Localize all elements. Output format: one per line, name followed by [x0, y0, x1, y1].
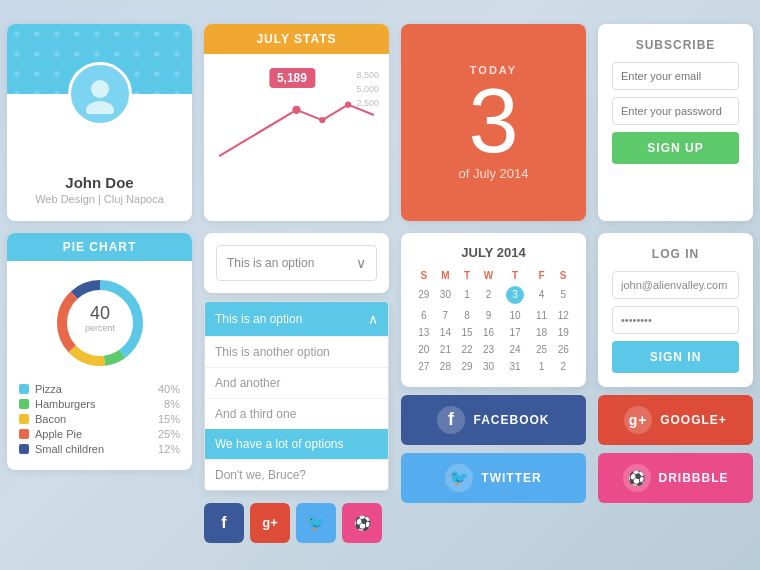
login-column: LOG IN SIGN IN g+ GOOGLE+ ⚽ DRIBBBLE [598, 233, 753, 503]
cal-day[interactable]: 9 [478, 307, 500, 324]
cal-day[interactable]: 19 [552, 324, 574, 341]
svg-point-4 [345, 101, 351, 107]
cal-day[interactable]: 20 [413, 341, 435, 358]
cal-day[interactable]: 31 [499, 358, 530, 375]
cal-day[interactable]: 15 [456, 324, 478, 341]
googleplus-big-label: GOOGLE+ [660, 413, 727, 427]
cal-header-m: M [435, 268, 457, 283]
cal-day[interactable]: 25 [531, 341, 553, 358]
twitter-big-button[interactable]: 🐦 TWITTER [401, 453, 586, 503]
dropdown-item-1[interactable]: This is another option [205, 336, 388, 367]
cal-day[interactable]: 8 [456, 307, 478, 324]
calendar-table: S M T W T F S 29 30 1 [413, 268, 574, 375]
cal-day[interactable]: 6 [413, 307, 435, 324]
cal-day[interactable]: 27 [413, 358, 435, 375]
legend-dot-smallchildren [19, 444, 29, 454]
today-card: TODAY 3 of July 2014 [401, 24, 586, 221]
cal-day[interactable]: 5 [552, 283, 574, 307]
dropdown-closed-label: This is an option [227, 256, 314, 270]
cal-day[interactable]: 28 [435, 358, 457, 375]
dribbble-small-icon: ⚽ [354, 515, 371, 531]
subscribe-card: SUBSCRIBE SIGN UP [598, 24, 753, 221]
subscribe-email-input[interactable] [612, 62, 739, 90]
cal-header-s2: S [552, 268, 574, 283]
cal-day[interactable]: 24 [499, 341, 530, 358]
social-icons-row: f g+ 🐦 ⚽ [204, 499, 389, 547]
facebook-big-button[interactable]: f FACEBOOK [401, 395, 586, 445]
cal-day[interactable]: 17 [499, 324, 530, 341]
dropdown-open-label: This is an option [215, 312, 302, 326]
dropdowns-column: This is an option ∨ This is an option ∧ … [204, 233, 389, 547]
dropdown-open-header[interactable]: This is an option ∧ [205, 302, 388, 336]
avatar [68, 62, 132, 126]
profile-header [7, 24, 192, 94]
dropdown-item-5[interactable]: Don't we, Bruce? [205, 459, 388, 490]
cal-day[interactable]: 3 [499, 283, 530, 307]
svg-point-0 [91, 80, 109, 98]
cal-day[interactable]: 11 [531, 307, 553, 324]
legend-dot-bacon [19, 414, 29, 424]
signin-button[interactable]: SIGN IN [612, 341, 739, 373]
cal-day[interactable]: 16 [478, 324, 500, 341]
cal-day[interactable]: 29 [413, 283, 435, 307]
twitter-big-label: TWITTER [481, 471, 541, 485]
dropdown-item-2[interactable]: And another [205, 367, 388, 398]
login-email-input[interactable] [612, 271, 739, 299]
cal-header-w: W [478, 268, 500, 283]
cal-day[interactable]: 18 [531, 324, 553, 341]
cal-day[interactable]: 22 [456, 341, 478, 358]
cal-day[interactable]: 30 [478, 358, 500, 375]
login-title: LOG IN [612, 247, 739, 261]
googleplus-small-button[interactable]: g+ [250, 503, 290, 543]
cal-day[interactable]: 30 [435, 283, 457, 307]
signup-button[interactable]: SIGN UP [612, 132, 739, 164]
cal-day[interactable]: 14 [435, 324, 457, 341]
chevron-up-icon: ∧ [368, 311, 378, 327]
cal-day[interactable]: 1 [531, 358, 553, 375]
googleplus-small-icon: g+ [262, 515, 278, 530]
cal-day[interactable]: 13 [413, 324, 435, 341]
cal-day[interactable]: 4 [531, 283, 553, 307]
pie-header: PIE CHART [7, 233, 192, 261]
profile-card: John Doe Web Design | Cluj Napoca [7, 24, 192, 221]
facebook-big-icon: f [437, 406, 465, 434]
twitter-small-button[interactable]: 🐦 [296, 503, 336, 543]
subscribe-password-input[interactable] [612, 97, 739, 125]
twitter-big-icon: 🐦 [445, 464, 473, 492]
legend-dot-hamburgers [19, 399, 29, 409]
cal-day[interactable]: 12 [552, 307, 574, 324]
dribbble-small-button[interactable]: ⚽ [342, 503, 382, 543]
cal-day[interactable]: 7 [435, 307, 457, 324]
googleplus-big-button[interactable]: g+ GOOGLE+ [598, 395, 753, 445]
cal-day[interactable]: 10 [499, 307, 530, 324]
dribbble-big-label: DRIBBBLE [659, 471, 729, 485]
legend: Pizza40% Hamburgers8% Bacon15% Apple Pie… [19, 383, 180, 455]
dropdown-item-3[interactable]: And a third one [205, 398, 388, 429]
cal-day[interactable]: 2 [552, 358, 574, 375]
login-password-input[interactable] [612, 306, 739, 334]
cal-day[interactable]: 2 [478, 283, 500, 307]
login-card: LOG IN SIGN IN [598, 233, 753, 387]
pie-chart-svg: 40 percent [50, 273, 150, 373]
cal-day[interactable]: 1 [456, 283, 478, 307]
dropdown-item-4[interactable]: We have a lot of options [205, 429, 388, 459]
legend-item: Apple Pie25% [19, 428, 180, 440]
cal-day[interactable]: 21 [435, 341, 457, 358]
dropdown-closed-card: This is an option ∨ [204, 233, 389, 293]
dribbble-big-icon: ⚽ [623, 464, 651, 492]
dribbble-big-button[interactable]: ⚽ DRIBBBLE [598, 453, 753, 503]
cal-header-t2: T [499, 268, 530, 283]
svg-point-1 [86, 101, 114, 114]
legend-item: Bacon15% [19, 413, 180, 425]
dropdown-closed[interactable]: This is an option ∨ [216, 245, 377, 281]
cal-day[interactable]: 23 [478, 341, 500, 358]
cal-header-f: F [531, 268, 553, 283]
cal-day[interactable]: 26 [552, 341, 574, 358]
stats-card: JULY STATS 5,189 8,500 5,000 2,500 [204, 24, 389, 221]
dropdown-open-card: This is an option ∧ This is another opti… [204, 301, 389, 491]
stats-body: 5,189 8,500 5,000 2,500 [204, 54, 389, 184]
facebook-small-button[interactable]: f [204, 503, 244, 543]
cal-day[interactable]: 29 [456, 358, 478, 375]
profile-subtitle: Web Design | Cluj Napoca [35, 193, 164, 205]
chevron-down-icon: ∨ [356, 255, 366, 271]
